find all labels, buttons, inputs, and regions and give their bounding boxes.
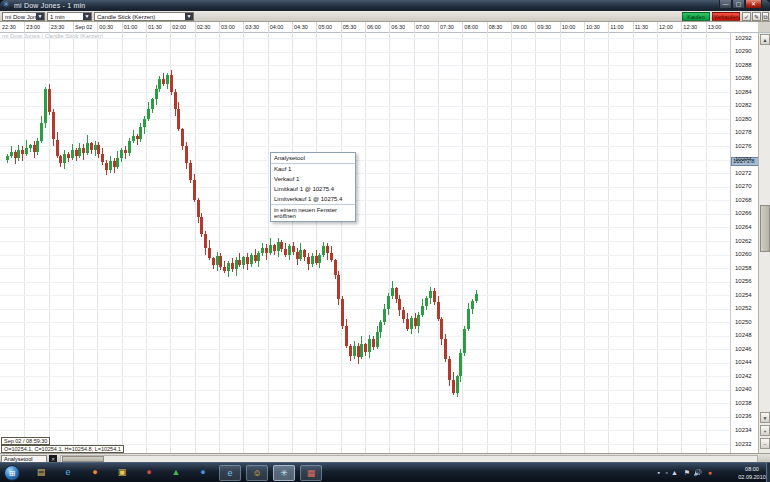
candle	[177, 109, 180, 129]
candle	[337, 275, 340, 299]
candle	[235, 260, 238, 269]
trading-app-icon[interactable]: ✳	[273, 465, 295, 481]
zoom-out-icon[interactable]: −	[760, 438, 770, 449]
vertical-scrollbar[interactable]: ▲ ▼ + −	[758, 33, 770, 453]
candle	[212, 258, 215, 265]
candle	[124, 150, 127, 153]
candle	[421, 306, 424, 315]
candle	[71, 150, 74, 159]
chevron-down-icon[interactable]: ▼	[83, 13, 91, 20]
time-axis-label: 05:30	[343, 24, 357, 30]
time-axis-tick	[316, 22, 317, 33]
winamp-icon[interactable]: ●	[138, 465, 160, 481]
price-axis-label: 10278	[735, 129, 752, 136]
time-axis-tick	[633, 22, 634, 33]
chevron-down-icon[interactable]: ▼	[185, 13, 193, 20]
candle	[193, 180, 196, 200]
candle	[105, 163, 108, 170]
candle	[219, 256, 222, 267]
vertical-scrollbar-thumb[interactable]	[760, 205, 770, 252]
candle	[391, 288, 394, 296]
new-window-icon[interactable]: ⧉	[762, 12, 769, 21]
green-app-icon[interactable]: ▲	[165, 465, 187, 481]
scroll-up-icon[interactable]: ▲	[760, 34, 770, 45]
action-center-flag-icon[interactable]: ⚑	[684, 469, 690, 477]
gridline-horizontal	[0, 65, 730, 66]
tab-analysetool[interactable]: Analysetool	[1, 455, 47, 462]
chart-plot-area[interactable]: mi Dow Jones / Candle Stick (Kerzen) Ana…	[0, 33, 730, 453]
price-axis-label: 10270	[735, 183, 752, 190]
price-axis-label: 10290	[735, 48, 752, 55]
gridline-horizontal	[0, 146, 730, 147]
gridline-horizontal	[0, 241, 730, 242]
confirm-dropdown-icon[interactable]: ✓	[742, 12, 751, 21]
time-axis-label: 08:00	[464, 24, 478, 30]
titlebar[interactable]: ✳ mi Dow Jones - 1 min — ▢ ✕	[0, 0, 770, 11]
show-desktop-button[interactable]	[766, 463, 770, 482]
candle	[223, 267, 226, 272]
candle	[44, 89, 47, 123]
price-axis-label: 10234	[735, 427, 752, 434]
zoom-in-icon[interactable]: +	[760, 425, 770, 436]
taskbar-clock[interactable]: 08:00 02.09.2010	[738, 465, 766, 481]
time-axis-tick	[170, 22, 171, 33]
close-button[interactable]: ✕	[745, 0, 762, 9]
gridline-horizontal	[0, 52, 730, 53]
context-menu-item[interactable]: Limitverkauf 1 @ 10275.4	[271, 194, 355, 204]
tray-app-icon[interactable]: ▫	[666, 469, 668, 477]
start-button[interactable]: ⊞	[4, 465, 20, 481]
candle	[120, 150, 123, 159]
candle	[238, 260, 241, 265]
gridline-horizontal	[0, 200, 730, 201]
candle	[197, 200, 200, 217]
tray-alert-icon[interactable]: ●	[708, 469, 712, 477]
context-menu-item[interactable]: Kauf 1	[271, 164, 355, 174]
time-axis-tick	[292, 22, 293, 33]
time-axis-tick	[584, 22, 585, 33]
sell-button[interactable]: Verkaufen	[712, 12, 740, 21]
buy-button[interactable]: Kaufen	[682, 12, 710, 21]
maximize-button[interactable]: ▢	[732, 0, 745, 9]
edit-icon[interactable]: ✎	[752, 12, 761, 21]
blue-app-icon[interactable]: ●	[192, 465, 214, 481]
candle	[59, 156, 62, 163]
scroll-down-icon[interactable]: ▼	[760, 412, 770, 423]
horizontal-scrollbar[interactable]	[60, 455, 758, 462]
context-menu-item[interactable]: Verkauf 1	[271, 174, 355, 184]
context-menu-item[interactable]: Limitkauf 1 @ 10275.4	[271, 184, 355, 194]
time-axis-tick	[341, 22, 342, 33]
explorer-icon[interactable]: ▤	[30, 465, 52, 481]
chevron-down-icon[interactable]: ▼	[36, 13, 44, 20]
candle	[322, 246, 325, 254]
candle	[208, 248, 211, 258]
internet-explorer-icon[interactable]: e	[57, 465, 79, 481]
candle	[14, 152, 17, 159]
hidden-icons-arrow-icon[interactable]: ▲	[671, 469, 678, 477]
candle	[459, 353, 462, 377]
candle	[86, 143, 89, 153]
candle	[444, 339, 447, 359]
candle	[437, 302, 440, 319]
candle	[448, 359, 451, 379]
time-axis-tick	[487, 22, 488, 33]
symbol-select[interactable]: mi Dow Jones ▼	[2, 12, 45, 21]
gridline-horizontal	[0, 417, 730, 418]
media-player-icon[interactable]: ●	[84, 465, 106, 481]
minimize-button[interactable]: —	[719, 0, 732, 9]
volume-icon[interactable]: 🔊	[693, 469, 702, 477]
interval-select[interactable]: 1 min ▼	[47, 12, 92, 21]
context-menu-open-new-window[interactable]: in einem neuen Fenster eröffnen	[271, 204, 355, 221]
red-app-icon[interactable]: ▦	[300, 465, 322, 481]
tray-app-icon[interactable]: ▪	[658, 469, 660, 477]
price-axis-label: 10264	[735, 224, 752, 231]
chart-type-select[interactable]: Candle Stick (Kerzen) ▼	[94, 12, 194, 21]
candle	[379, 322, 382, 332]
internet-explorer-active-icon[interactable]: e	[219, 465, 241, 481]
candle	[357, 346, 360, 358]
time-axis: 22:3023:0023:30Sep 0200:3001:0001:3002:0…	[0, 22, 758, 33]
folder-icon[interactable]: ▣	[111, 465, 133, 481]
messenger-icon[interactable]: ☺	[246, 465, 268, 481]
gridline-horizontal	[0, 363, 730, 364]
time-axis-label: 07:30	[440, 24, 454, 30]
tab-close-icon[interactable]: ✕	[49, 455, 57, 462]
